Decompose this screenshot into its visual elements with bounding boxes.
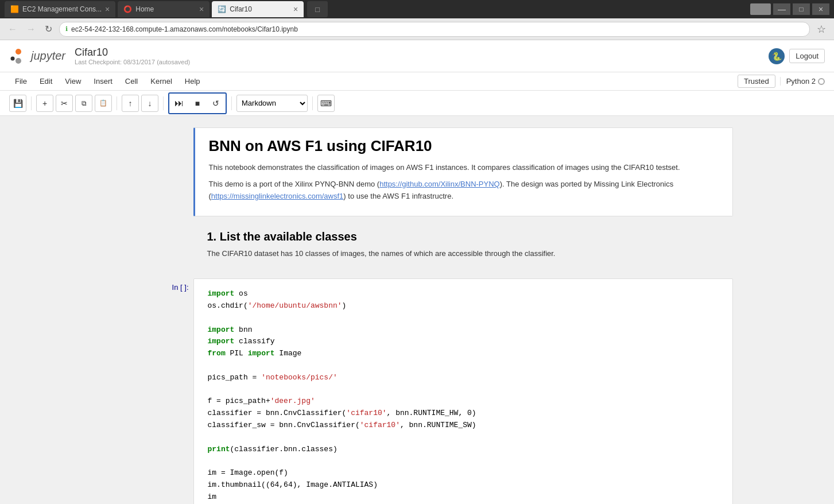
code-runtime-hw: , bnn.RUNTIME_HW, 0) [387,409,476,417]
jupyter-logo-svg [9,47,28,65]
code-paren: ) [342,301,347,310]
cell-type-select[interactable]: Markdown Code Raw NBConvert Heading [236,95,308,112]
code-print-classes: (classifier.bnn.classes) [230,445,338,453]
menu-right: Trusted Python 2 [738,75,825,88]
code-line-1: import os [208,288,719,300]
code-thumbnail: im.thumbnail((64,64), Image.ANTIALIAS) [208,480,378,489]
move-down-button[interactable]: ↓ [141,95,158,112]
tab-ec2-favicon: 🟧 [10,5,19,13]
back-btn[interactable]: ← [6,23,20,36]
code-classify: classify [234,337,274,346]
notebook-title-area: Cifar10 Last Checkpoint: 08/31/2017 (aut… [75,46,190,65]
menu-edit[interactable]: Edit [34,75,58,88]
markdown-p2-prefix: This demo is a port of the Xilinx PYNQ-B… [209,180,380,188]
tab-cifar[interactable]: 🔄 Cifar10 × [212,1,304,17]
code-pil: PIL [226,349,248,358]
refresh-btn[interactable]: ↻ [42,22,55,36]
header-right: 🐍 Logout [769,48,825,64]
menu-cell[interactable]: Cell [119,75,143,88]
move-up-button[interactable]: ↑ [122,95,139,112]
menu-help[interactable]: Help [179,75,206,88]
code-line-5: from PIL import Image [208,348,719,360]
stop-button[interactable]: ■ [189,95,206,112]
code-line-11: im = Image.open(f) [208,467,719,479]
separator-4 [231,96,232,110]
markdown-p1: This notebook demonstrates the classific… [209,162,719,174]
minimize-btn[interactable]: — [773,3,790,15]
logout-button[interactable]: Logout [789,49,825,63]
section1-heading-cell: 1. List the available classes The CIFAR1… [102,221,733,274]
cut-button[interactable]: ✂ [56,95,73,112]
tab-home-favicon: ⭕ [123,5,132,13]
separator-5 [312,96,313,110]
code-bnn: bnn [234,325,252,334]
forward-btn[interactable]: → [24,23,38,36]
add-cell-button[interactable]: + [36,95,53,112]
arrow-down-icon: ↓ [148,99,152,108]
menu-file[interactable]: File [9,75,33,88]
str-cifar10-1: 'cifar10' [346,409,386,417]
tab-home-close[interactable]: × [199,5,204,13]
kernel-indicator: Python 2 [780,77,825,86]
code-line-7: f = pics_path+'deer.jpg' [208,396,719,408]
code-line-12: im.thumbnail((64,64), Image.ANTIALIAS) [208,479,719,491]
notebook-title[interactable]: Cifar10 [75,46,190,59]
code-runtime-sw: , bnn.RUNTIME_SW) [400,421,476,429]
copy-button[interactable]: ⧉ [75,95,92,112]
keyboard-shortcut-button[interactable]: ⌨ [317,95,335,112]
maximize-btn[interactable]: □ [793,3,810,15]
code-chdir: os.chdir( [208,301,248,310]
str-deer: 'deer.jpg' [270,397,315,405]
jupyter-header: jupyter Cifar10 Last Checkpoint: 08/31/2… [0,40,834,72]
tab-cifar-close[interactable]: × [293,5,298,13]
fast-forward-button[interactable]: ⏭ [170,95,188,112]
markdown-p2: This demo is a port of the Xilinx PYNQ-B… [209,179,719,203]
svg-point-0 [15,49,21,55]
code-cell-1-content[interactable]: import os os.chdir('/home/ubuntu/awsbnn'… [193,278,733,504]
kw-import-classify: import [208,337,235,346]
kw-import-image: import [248,349,275,358]
address-text: ec2-54-242-132-168.compute-1.amazonaws.c… [71,25,298,33]
notebook-container: BNN on AWS F1 using CIFAR10 This noteboo… [102,127,733,504]
code-line-blank3 [208,384,719,396]
link-bnn-pynq[interactable]: https://github.com/Xilinx/BNN-PYNQ [379,180,500,188]
code-line-2: os.chdir('/home/ubuntu/awsbnn') [208,300,719,312]
save-icon: 💾 [13,99,23,108]
address-bar[interactable]: ℹ ec2-54-242-132-168.compute-1.amazonaws… [59,22,810,37]
main-content[interactable]: BNN on AWS F1 using CIFAR10 This noteboo… [0,116,834,504]
separator-1 [31,96,32,110]
close-btn[interactable]: × [812,3,829,15]
menu-kernel[interactable]: Kernel [145,75,178,88]
markdown-content-1: BNN on AWS F1 using CIFAR10 This noteboo… [193,127,733,216]
save-button[interactable]: 💾 [9,95,26,112]
bookmark-star[interactable]: ☆ [814,22,828,37]
fast-forward-icon: ⏭ [174,98,184,108]
window-controls: — □ × [750,3,829,15]
code-cell-1-sidebar: In [ ]: [102,278,193,504]
trusted-button[interactable]: Trusted [738,75,775,88]
tab-home[interactable]: ⭕ Home × [118,1,210,17]
run-controls-group: ⏭ ■ ↺ [168,92,227,114]
paste-button[interactable]: 📋 [95,95,112,112]
section1-sidebar [102,221,193,274]
tab-ec2[interactable]: 🟧 EC2 Management Cons... × [5,1,115,17]
code-classifier: classifier = bnn.CnvClassifier( [208,409,347,417]
code-classifier-sw: classifier_sw = bnn.CnvClassifier( [208,421,360,429]
python-logo: 🐍 [769,48,785,64]
tab-cifar-favicon: 🔄 [218,5,226,13]
scissors-icon: ✂ [61,99,68,108]
copy-icon: ⧉ [82,99,87,107]
arrow-up-icon: ↑ [129,99,133,108]
svg-text:🐍: 🐍 [772,52,782,61]
tab-ec2-close[interactable]: × [105,5,110,13]
notebook-main-title: BNN on AWS F1 using CIFAR10 [209,137,719,155]
toolbar: 💾 + ✂ ⧉ 📋 ↑ ↓ ⏭ ■ ↺ Markdown Code Raw NB… [0,91,834,116]
section1-title: 1. List the available classes [207,230,719,243]
link-missinglink[interactable]: https://missinglinkelectronics.com/awsf1 [211,192,343,200]
menu-view[interactable]: View [59,75,87,88]
restart-button[interactable]: ↺ [207,95,224,112]
kw-from: from [208,349,226,358]
browser-titlebar: 🟧 EC2 Management Cons... × ⭕ Home × 🔄 Ci… [0,0,834,18]
menu-insert[interactable]: Insert [88,75,118,88]
notebook-checkpoint: Last Checkpoint: 08/31/2017 (autosaved) [75,59,190,65]
